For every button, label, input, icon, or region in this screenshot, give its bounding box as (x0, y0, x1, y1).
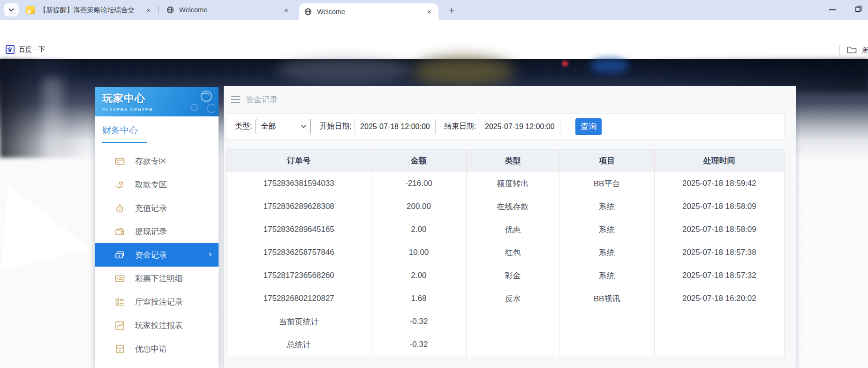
table-row: 1752836381594033-216.00额度转出BB平台2025-07-1… (226, 172, 785, 195)
table-row: 1752836289628308200.00在线存款系统2025-07-18 1… (226, 195, 785, 218)
end-date-input[interactable] (479, 119, 560, 134)
sidebar-item-recharge-record[interactable]: ¥ 充值记录 (95, 196, 219, 220)
type-select[interactable]: 全部 (256, 119, 311, 134)
cell-order: 1752836289628308 (226, 195, 371, 218)
cell-amount: 2.00 (371, 218, 466, 241)
tab-welcome-2-active[interactable]: Welcome × (299, 3, 438, 20)
records-table: 订单号 金额 类型 项目 处理时间 1752836381594033-216.0… (226, 149, 785, 356)
page-title: 资金记录 (246, 94, 278, 105)
col-amount: 金额 (371, 150, 466, 172)
cell-time: 2025-07-18 18:57:38 (654, 241, 784, 264)
sidebar-item-label: 资金记录 (135, 250, 167, 261)
col-project: 项目 (559, 150, 654, 172)
select-caret-icon (301, 125, 306, 128)
hall-list-icon (115, 297, 125, 307)
type-select-value: 全部 (261, 122, 276, 131)
table-row-page-summary: 当前页统计-0.32 (226, 310, 785, 333)
cell-project: BB平台 (559, 172, 654, 195)
tab-search-chevron-button[interactable] (4, 3, 19, 16)
baidu-paw-icon (6, 45, 15, 54)
table-row: 17528268021208271.68反水BB视讯2025-07-18 16:… (226, 287, 785, 310)
chevron-down-icon (8, 8, 14, 12)
banner-blur-red-dot (562, 61, 568, 67)
globe-icon (304, 8, 312, 16)
cell-amount: 200.00 (371, 195, 466, 218)
sidebar-item-hall-bet-record[interactable]: 厅室投注记录 (95, 290, 219, 314)
cell-empty (654, 333, 784, 356)
banner-blur-light (43, 78, 63, 195)
section-underline (95, 142, 219, 143)
sidebar-item-player-bet-report[interactable]: 玩家投注报表 (95, 314, 219, 337)
query-button[interactable]: 查询 (575, 118, 602, 135)
window-restore-button[interactable] (855, 6, 862, 12)
chat-yellow-icon (26, 6, 35, 14)
cell-empty (559, 310, 654, 333)
cell-order: 1752817236568260 (226, 264, 371, 287)
sidebar-item-label: 彩票下注明细 (135, 273, 183, 284)
sidebar-item-label: 取款专区 (135, 179, 167, 190)
cell-order: 1752836289645165 (226, 218, 371, 241)
tab-title: 【新提醒】海燕策略论坛综合交 (39, 6, 144, 15)
bookmarks-bar: 百度一下 所 (0, 41, 868, 59)
end-date-label: 结束日期: (444, 122, 476, 131)
main-panel: 资金记录 类型: 全部 开始日期: 结束日期: 查询 订单号 金额 类型 (224, 86, 796, 368)
sidebar-item-label: 充值记录 (135, 203, 167, 214)
hamburger-icon (231, 96, 240, 103)
cell-empty (466, 333, 559, 356)
new-tab-button[interactable]: + (445, 4, 458, 16)
col-type: 类型 (466, 150, 559, 172)
cell-amount: 1.68 (371, 287, 466, 310)
close-icon[interactable]: × (282, 6, 291, 15)
webpage-background: 玩家中心 PLAYERS CENTER 财务中心 存款专区 取款专区 ¥ 充值记… (0, 59, 868, 368)
sidebar-item-deposit[interactable]: 存款专区 (95, 149, 219, 173)
tab-welcome-1[interactable]: Welcome × (161, 0, 295, 20)
cell-amount: -216.00 (371, 172, 466, 195)
banner-blur-left (0, 59, 84, 158)
sidebar-item-withdrawal-record[interactable]: 提现记录 (95, 220, 219, 243)
chevron-right-icon: › (209, 249, 211, 259)
sidebar-menu: 存款专区 取款专区 ¥ 充值记录 提现记录 ¥ 资金记录 › 彩票下注明细 (95, 149, 219, 360)
cell-type: 彩金 (466, 264, 559, 287)
window-minimize-button[interactable] (829, 9, 836, 10)
cell-type: 优惠 (466, 218, 559, 241)
sidebar-item-funds-record[interactable]: ¥ 资金记录 › (95, 243, 219, 267)
table-row: 17528362896451652.00优惠系统2025-07-18 18:58… (226, 218, 785, 241)
tab-strip: 【新提醒】海燕策略论坛综合交 × Welcome × Welcome × + (0, 0, 868, 20)
cell-type: 反水 (466, 287, 559, 310)
cell-amount: 2.00 (371, 264, 466, 287)
bookmark-baidu[interactable]: 百度一下 (6, 45, 45, 54)
cell-time: 2025-07-18 18:57:32 (654, 264, 784, 287)
svg-text:¥: ¥ (118, 348, 121, 353)
tab-title: Welcome (179, 6, 282, 14)
bookmarks-overflow-label[interactable]: 所 (862, 46, 868, 55)
report-chart-icon (115, 321, 125, 330)
sidebar-header: 玩家中心 PLAYERS CENTER (95, 87, 219, 116)
cell-project: BB视讯 (559, 287, 654, 310)
cell-type: 在线存款 (466, 195, 559, 218)
moneybag-icon: ¥ (115, 203, 125, 213)
sidebar-item-label: 厅室投注记录 (135, 297, 183, 307)
sidebar-item-lottery-bet-detail[interactable]: 彩票下注明细 (95, 267, 219, 290)
close-icon[interactable]: × (425, 7, 434, 16)
deposit-card-icon (115, 156, 125, 166)
cell-amount: -0.32 (371, 310, 466, 333)
folder-icon[interactable] (847, 46, 857, 54)
svg-text:¥: ¥ (118, 253, 121, 258)
cell-project: 系统 (559, 195, 654, 218)
banner-blur-blue (590, 58, 629, 73)
banner-blur-gray (277, 57, 413, 82)
sidebar-item-withdraw[interactable]: 取款专区 (95, 173, 219, 196)
cell-type: 额度转出 (466, 172, 559, 195)
sidebar-item-promo-apply[interactable]: ¥ 优惠申请 (95, 337, 219, 360)
wallet-icon (115, 227, 125, 237)
cell-time: 2025-07-18 16:20:02 (654, 287, 784, 310)
filter-bar: 类型: 全部 开始日期: 结束日期: 查询 (226, 113, 785, 140)
cell-empty (559, 333, 654, 356)
close-icon[interactable]: × (144, 6, 153, 15)
withdraw-hand-icon (115, 180, 125, 190)
table-row-total-summary: 总统计-0.32 (226, 333, 785, 356)
start-date-input[interactable] (355, 119, 436, 134)
cell-empty (466, 310, 559, 333)
tab-forum[interactable]: 【新提醒】海燕策略论坛综合交 × (22, 0, 158, 20)
globe-icon (166, 6, 174, 14)
